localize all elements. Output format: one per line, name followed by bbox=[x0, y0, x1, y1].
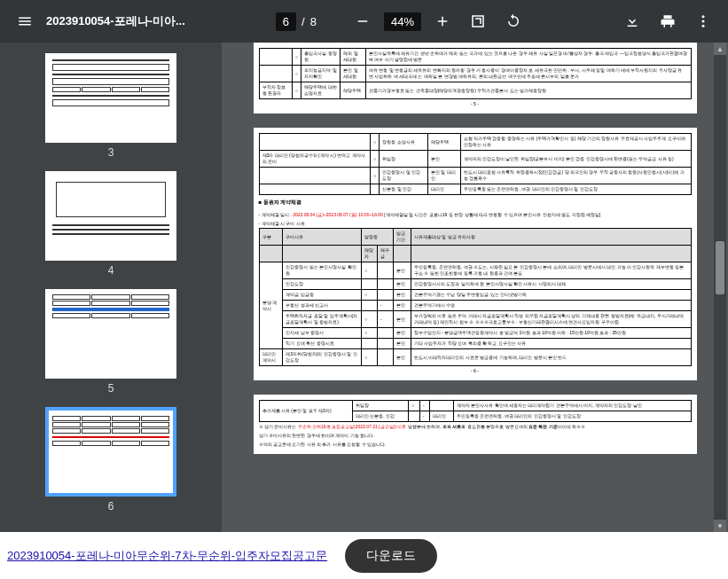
page-total: 8 bbox=[310, 15, 317, 28]
print-icon[interactable] bbox=[654, 7, 682, 35]
zoom-out-icon[interactable] bbox=[348, 7, 377, 35]
rotate-icon[interactable] bbox=[499, 7, 528, 35]
scroll-down-icon[interactable]: ▼ bbox=[714, 520, 726, 532]
bottom-bar: 2023910054-포레나-미아무순위-7차-무순위-입주자모집공고문 다운로… bbox=[0, 532, 728, 579]
document-title: 2023910054-포레나-미아... bbox=[46, 13, 185, 29]
page-6: ○장원증 소영사류해당주택소형 저가주택 검증할 증명하는 서류 (주택가격확인… bbox=[254, 128, 697, 380]
thumbnail-3[interactable] bbox=[45, 53, 176, 143]
scroll-thumb[interactable] bbox=[716, 241, 724, 294]
file-link[interactable]: 2023910054-포레나-미아무순위-7차-무순위-입주자모집공고문 bbox=[7, 548, 327, 564]
download-button[interactable]: 다운로드 bbox=[345, 539, 437, 573]
page-view[interactable]: ○출입국사실 증명원해외 및 세대원본인사실목록에 체류기간 생년 순위여가 해… bbox=[222, 43, 728, 532]
thumb-label: 6 bbox=[108, 500, 114, 512]
scrollbar[interactable]: ▲ ▼ bbox=[714, 43, 726, 532]
svg-point-0 bbox=[702, 15, 705, 18]
menu-icon[interactable] bbox=[11, 7, 39, 35]
zoom-in-icon[interactable] bbox=[428, 7, 457, 35]
zoom-level[interactable]: 44% bbox=[384, 12, 421, 31]
thumbnail-4[interactable] bbox=[45, 171, 176, 261]
scroll-up-icon[interactable]: ▲ bbox=[714, 43, 726, 55]
thumb-label: 3 bbox=[108, 146, 114, 159]
thumbnail-5[interactable] bbox=[45, 289, 176, 379]
thumbnail-panel[interactable]: 3 4 5 6 bbox=[0, 43, 222, 532]
thumb-label: 5 bbox=[108, 382, 114, 395]
page-7-top: 추가제를 서류 (본인 및 모두 제3자)위임장○-계약자 본안사사류 확인여 … bbox=[254, 395, 697, 454]
svg-point-2 bbox=[702, 25, 705, 27]
thumb-label: 4 bbox=[108, 264, 114, 277]
page-current[interactable]: 6 bbox=[276, 12, 296, 31]
page-5-bottom: ○출입국사실 증명원해외 및 세대원본인사실목록에 체류기간 생년 순위여가 해… bbox=[254, 43, 697, 113]
more-icon[interactable] bbox=[689, 7, 717, 35]
download-icon[interactable] bbox=[618, 7, 646, 35]
thumbnail-6[interactable] bbox=[45, 407, 176, 497]
fit-page-icon[interactable] bbox=[464, 7, 492, 35]
page-indicator: 6 / 8 bbox=[276, 12, 317, 31]
svg-point-1 bbox=[702, 20, 705, 23]
